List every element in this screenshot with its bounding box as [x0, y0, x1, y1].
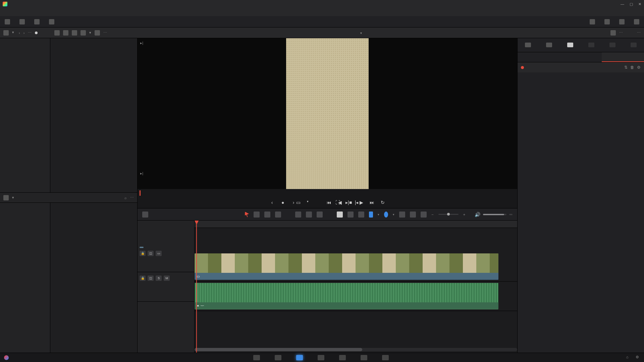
lock-toggle[interactable] [358, 212, 364, 218]
insert-tool[interactable] [295, 212, 301, 218]
flag-chevron[interactable]: ▾ [378, 213, 379, 216]
edit-page[interactable] [296, 355, 303, 360]
nav-next[interactable]: › [23, 31, 25, 35]
inspector-tab-effects[interactable] [565, 42, 575, 49]
audio-clip[interactable]: ✦〰 [195, 283, 498, 309]
zoom-slider[interactable] [438, 214, 459, 215]
chevron-down-icon[interactable]: ▾ [12, 30, 15, 36]
inspector-subtab-openfx[interactable] [560, 52, 602, 62]
marker-tool[interactable] [384, 212, 388, 218]
effect-reorder[interactable]: ⇅ [624, 65, 628, 70]
grid-view-icon[interactable] [63, 30, 68, 36]
zoom-to-fit-icon[interactable] [421, 212, 427, 218]
cut-page[interactable] [275, 355, 281, 360]
home-icon[interactable]: ⌂ [625, 355, 630, 360]
mixer-toggle[interactable] [588, 18, 598, 25]
viewer-scrubber[interactable] [138, 189, 517, 197]
effect-delete[interactable]: 🗑 [630, 65, 634, 70]
media-pool-toggle[interactable] [3, 18, 13, 25]
expand-button[interactable] [633, 18, 641, 25]
scrubber-playhead[interactable] [140, 190, 141, 196]
inspector-tab-video[interactable] [523, 42, 533, 49]
sound-library-toggle[interactable] [48, 18, 58, 25]
sort-more[interactable]: ⋯ [103, 31, 107, 35]
fusion-page[interactable] [318, 355, 324, 360]
timeline-name[interactable]: ▾ [360, 30, 362, 35]
prev-edit-icon[interactable]: |◂ [354, 200, 360, 206]
selection-tool[interactable] [245, 212, 249, 217]
more-icon[interactable]: ⋯ [28, 31, 32, 35]
timeline-view-icon[interactable] [142, 212, 148, 218]
search-icon[interactable] [80, 30, 86, 36]
bin-view-icon[interactable] [3, 30, 9, 36]
sync-icon[interactable] [610, 30, 616, 36]
track-solo[interactable]: S [156, 276, 162, 281]
step-forward-icon[interactable]: ▸| [140, 41, 143, 45]
go-start-button[interactable]: ⏮ [326, 200, 332, 206]
zoom-out-icon[interactable]: − [431, 213, 433, 217]
inspector-more[interactable]: ⋯ [637, 31, 641, 35]
effect-enable-dot[interactable] [521, 66, 524, 69]
viewer[interactable]: ▸| ▸| [138, 38, 517, 189]
media-page[interactable] [253, 355, 260, 360]
inspector-subtab-audio[interactable] [602, 52, 644, 62]
overwrite-tool[interactable] [306, 212, 312, 218]
inspector-toggle[interactable] [618, 18, 628, 25]
track-lock-icon[interactable]: 🔒 [140, 276, 146, 281]
close-button[interactable]: ✕ [638, 2, 641, 6]
deliver-page[interactable] [382, 355, 389, 360]
match-frame-marker[interactable]: ● [280, 200, 286, 206]
video-track-header[interactable]: 🔒 ◫ ▭ [138, 243, 194, 272]
speaker-icon[interactable]: 🔊 [475, 212, 480, 217]
track-enable[interactable]: ▭ [156, 251, 162, 256]
fx-view-icon[interactable] [3, 195, 9, 200]
maximize-button[interactable]: ▢ [630, 2, 633, 6]
audio-track-header[interactable]: 🔒 ◫ S M [138, 272, 194, 302]
zoom-in-icon[interactable]: + [463, 213, 465, 217]
volume-slider[interactable] [483, 214, 506, 215]
track-lock-icon[interactable]: 🔒 [140, 251, 146, 256]
next-edit-icon[interactable]: ▸| [344, 200, 350, 206]
loop-button[interactable]: ↻ [380, 200, 386, 206]
dim-button[interactable] [509, 214, 513, 215]
timeline-timecode[interactable] [138, 221, 194, 230]
fx-search-icon[interactable]: ⌕ [124, 196, 127, 200]
timeline-hscroll[interactable] [195, 348, 517, 351]
inspector-subtab-fusion[interactable] [518, 52, 560, 62]
sort-icon[interactable] [95, 30, 100, 36]
video-clip[interactable]: ▭ [195, 253, 498, 280]
step-forward-icon-2[interactable]: ▸| [140, 171, 143, 176]
effect-controls[interactable]: ⚙ [637, 65, 641, 70]
edit-index-toggle[interactable] [33, 18, 43, 25]
track-auto-select[interactable]: ◫ [148, 251, 154, 256]
nav-prev[interactable]: ‹ [19, 31, 20, 35]
minimize-button[interactable]: — [621, 2, 624, 6]
track-auto-select[interactable]: ◫ [148, 276, 154, 281]
inspector-zoom-icon[interactable] [410, 212, 416, 218]
track-mute[interactable]: M [164, 276, 170, 281]
metadata-toggle[interactable] [603, 18, 613, 25]
thumb-view-icon[interactable] [54, 30, 60, 36]
fx-view-chevron[interactable]: ▾ [12, 195, 14, 200]
link-toggle[interactable] [347, 212, 354, 218]
settings-icon[interactable]: ⚙ [635, 355, 640, 360]
flag-tool[interactable] [369, 212, 373, 218]
search-chevron[interactable]: ▾ [89, 31, 91, 35]
effect-header[interactable]: ⇅ 🗑 ⚙ [518, 62, 644, 72]
dynamic-trim-tool[interactable] [264, 212, 270, 218]
trim-tool[interactable] [254, 212, 260, 218]
list-view-icon[interactable] [72, 30, 77, 36]
replace-tool[interactable] [317, 212, 323, 218]
snap-toggle[interactable] [337, 212, 343, 218]
color-page[interactable] [339, 355, 346, 360]
crop-chevron[interactable]: ▾ [305, 200, 311, 206]
fullscreen-icon[interactable]: ⛶ [335, 200, 341, 206]
crop-icon[interactable]: ▭ [295, 200, 301, 206]
go-end-button[interactable]: ⏭ [369, 200, 375, 206]
inspector-tab-audio[interactable] [544, 42, 554, 49]
search-timeline-icon[interactable] [399, 212, 405, 218]
timeline-ruler[interactable] [195, 221, 517, 228]
viewer-more[interactable]: ⋯ [619, 31, 623, 35]
blade-tool[interactable] [275, 212, 281, 218]
fairlight-page[interactable] [361, 355, 367, 360]
